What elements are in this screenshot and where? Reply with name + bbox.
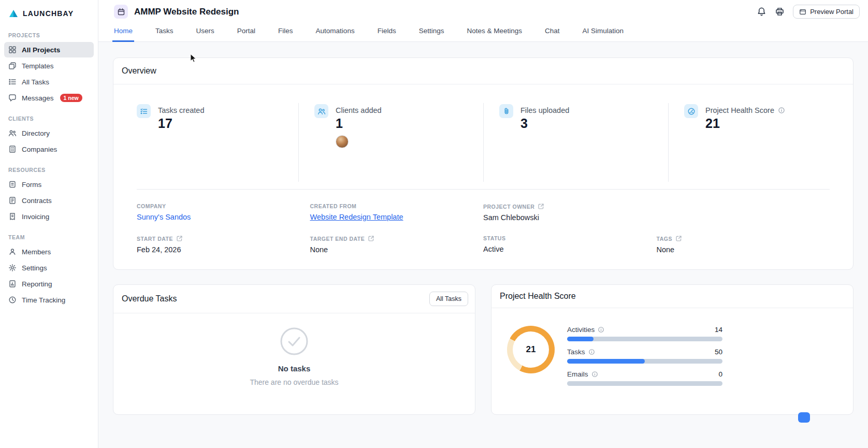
- progress-fill: [567, 359, 645, 364]
- printer-icon[interactable]: [775, 7, 785, 17]
- external-link-icon[interactable]: [675, 235, 682, 242]
- meta-label: PROJECT OWNER: [483, 204, 534, 210]
- stat-files-uploaded: Files uploaded 3: [483, 103, 668, 182]
- health-row-value: 14: [715, 326, 722, 334]
- meta-start-date: START DATE Feb 24, 2026: [137, 235, 310, 254]
- tab-tasks[interactable]: Tasks: [154, 22, 175, 42]
- tab-automations[interactable]: Automations: [314, 22, 356, 42]
- company-link[interactable]: Sunny's Sandos: [137, 213, 191, 221]
- tab-portal[interactable]: Portal: [236, 22, 257, 42]
- info-icon[interactable]: [598, 326, 605, 334]
- stat-tasks-created: Tasks created 17: [113, 103, 298, 182]
- logo-text: LAUNCHBAY: [23, 9, 74, 18]
- external-link-icon[interactable]: [538, 203, 544, 210]
- health-row-activities: Activities 14: [567, 326, 722, 341]
- health-score-title: Project Health Score: [500, 292, 576, 301]
- sidebar-item-members[interactable]: Members: [4, 244, 94, 259]
- contract-icon: [8, 196, 17, 205]
- meta-label: START DATE: [137, 236, 173, 242]
- sidebar-item-all-projects[interactable]: All Projects: [4, 42, 94, 57]
- created-from-link[interactable]: Website Redesign Template: [310, 213, 403, 221]
- sidebar-item-label: Settings: [22, 264, 47, 272]
- sidebar-section-team: TEAM: [0, 225, 98, 243]
- stat-label: Project Health Score: [705, 104, 785, 114]
- progress-track: [567, 381, 722, 386]
- stat-value: 17: [158, 116, 204, 131]
- templates-icon: [8, 62, 17, 70]
- building-icon: [8, 145, 17, 153]
- sidebar-item-companies[interactable]: Companies: [4, 141, 94, 157]
- sidebar-item-settings[interactable]: Settings: [4, 260, 94, 276]
- sidebar-item-templates[interactable]: Templates: [4, 58, 94, 74]
- all-tasks-button[interactable]: All Tasks: [429, 292, 468, 306]
- info-icon[interactable]: [591, 371, 599, 378]
- sidebar-item-label: Reporting: [22, 280, 52, 288]
- stat-label: Clients added: [336, 104, 382, 114]
- sidebar-item-label: Directory: [22, 129, 50, 137]
- member-icon: [8, 248, 17, 256]
- tab-settings[interactable]: Settings: [417, 22, 446, 42]
- tab-bar: Home Tasks Users Portal Files Automation…: [98, 22, 868, 41]
- sidebar-item-all-tasks[interactable]: All Tasks: [4, 74, 94, 90]
- sidebar-item-messages[interactable]: Messages 1 new: [4, 90, 94, 106]
- sidebar-item-label: Members: [22, 248, 51, 256]
- sidebar-item-label: Contracts: [22, 197, 52, 205]
- health-score-donut: 21: [507, 326, 555, 373]
- stat-value: 3: [520, 116, 569, 131]
- overdue-tasks-title: Overdue Tasks: [122, 294, 177, 304]
- content-area: Overview Tasks created 17: [98, 42, 868, 444]
- sidebar-item-forms[interactable]: Forms: [4, 177, 94, 192]
- health-score-card: Project Health Score 21 Activities 14: [491, 284, 853, 415]
- meta-spacer: [657, 203, 830, 222]
- sidebar-item-label: All Projects: [22, 46, 60, 54]
- overdue-empty-state: No tasks There are no overdue tasks: [113, 313, 475, 386]
- sidebar-item-reporting[interactable]: Reporting: [4, 276, 94, 292]
- progress-track: [567, 337, 722, 341]
- overview-card: Overview Tasks created 17: [113, 57, 853, 270]
- sidebar-item-invoicing[interactable]: Invoicing: [4, 209, 94, 224]
- tab-chat[interactable]: Chat: [543, 22, 561, 42]
- message-icon: [8, 94, 17, 102]
- meta-label: STATUS: [483, 235, 657, 241]
- meta-company: COMPANY Sunny's Sandos: [137, 203, 310, 222]
- info-icon[interactable]: [778, 107, 785, 114]
- empty-subtitle: There are no overdue tasks: [250, 378, 338, 386]
- meta-status: STATUS Active: [483, 235, 657, 254]
- report-icon: [8, 280, 17, 288]
- health-row-value: 0: [718, 370, 722, 378]
- stat-clients-added: Clients added 1: [298, 103, 483, 182]
- meta-label: TAGS: [657, 236, 672, 242]
- tab-notes-meetings[interactable]: Notes & Meetings: [465, 22, 524, 42]
- sidebar-item-label: Time Tracking: [22, 296, 65, 304]
- health-row-label: Emails: [567, 370, 588, 378]
- checklist-icon: [137, 104, 151, 118]
- chat-launcher[interactable]: [798, 412, 810, 423]
- external-link-icon[interactable]: [176, 235, 183, 242]
- bell-icon[interactable]: [757, 7, 766, 17]
- meta-created-from: CREATED FROM Website Redesign Template: [310, 203, 484, 222]
- preview-portal-button[interactable]: Preview Portal: [793, 5, 860, 19]
- tab-home[interactable]: Home: [112, 22, 134, 42]
- tab-files[interactable]: Files: [277, 22, 295, 42]
- stat-label-text: Project Health Score: [705, 106, 774, 114]
- sidebar-item-time-tracking[interactable]: Time Tracking: [4, 292, 94, 308]
- sidebar-section-clients: CLIENTS: [0, 106, 98, 125]
- external-link-icon[interactable]: [368, 235, 374, 242]
- progress-fill: [567, 337, 594, 341]
- start-date-value: Feb 24, 2026: [137, 245, 310, 254]
- sidebar-item-contracts[interactable]: Contracts: [4, 193, 94, 208]
- tab-users[interactable]: Users: [195, 22, 216, 42]
- form-icon: [8, 180, 17, 189]
- tab-ai-simulation[interactable]: AI Simulation: [581, 22, 626, 42]
- people-icon: [314, 104, 328, 118]
- overview-stats: Tasks created 17 Clients added 1: [113, 84, 853, 182]
- info-icon[interactable]: [588, 349, 596, 356]
- tab-fields[interactable]: Fields: [376, 22, 398, 42]
- stat-label: Tasks created: [158, 104, 204, 114]
- client-avatar[interactable]: [336, 135, 349, 148]
- sidebar-item-directory[interactable]: Directory: [4, 125, 94, 141]
- people-icon: [8, 129, 17, 137]
- app-logo[interactable]: LAUNCHBAY: [0, 0, 98, 23]
- meta-label: TARGET END DATE: [310, 236, 365, 242]
- meta-tags: TAGS None: [657, 235, 830, 254]
